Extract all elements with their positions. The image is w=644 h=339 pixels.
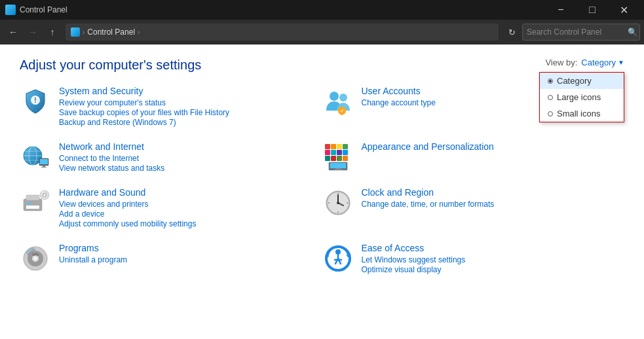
viewby-option-large-icons[interactable]: Large icons (540, 89, 624, 105)
viewby-dropdown-menu: Category Large icons Small icons (539, 72, 624, 122)
network-internet-title[interactable]: Network and Internet (59, 141, 164, 152)
radio-small-icons (548, 111, 553, 116)
ease-of-access-title[interactable]: Ease of Access (362, 243, 466, 253)
network-svg (21, 143, 50, 171)
category-appearance: Appearance and Personalization (322, 141, 625, 173)
hardware-sound-text: Hardware and Sound View devices and prin… (59, 187, 196, 228)
viewby-control: View by: Category ▼ Category Large icons… (545, 58, 624, 67)
svg-rect-16 (337, 144, 342, 149)
appearance-title[interactable]: Appearance and Personalization (362, 141, 494, 152)
programs-icon: WIN (20, 243, 51, 274)
viewby-dropdown[interactable]: Category ▼ Category Large icons Small ic… (581, 58, 624, 67)
category-ease-of-access: Ease of Access Let Windows suggest setti… (322, 243, 625, 274)
system-security-title[interactable]: System and Security (59, 86, 229, 96)
hardware-sound-title[interactable]: Hardware and Sound (59, 187, 196, 198)
search-icon: 🔍 (628, 27, 637, 37)
radio-large-icons (548, 95, 553, 100)
cat-link[interactable]: View network status and tasks (59, 164, 164, 173)
cat-link[interactable]: Optimize visual display (362, 265, 466, 274)
svg-rect-32 (26, 205, 39, 209)
titlebar: Control Panel − □ ✕ (0, 0, 644, 20)
navbar: ← → ↑ › Control Panel › ↻ 🔍 (0, 20, 644, 45)
category-programs: WIN Programs Uninstall a program (20, 243, 322, 274)
viewby-arrow-icon: ▼ (618, 59, 624, 66)
back-button[interactable]: ← (4, 23, 22, 41)
svg-rect-29 (333, 170, 343, 170)
category-clock-region: Clock and Region Change date, time, or n… (322, 187, 625, 228)
svg-point-36 (44, 194, 46, 196)
clock-svg (324, 188, 352, 217)
svg-rect-21 (343, 150, 348, 155)
viewby-option-small-icons[interactable]: Small icons (540, 105, 624, 122)
viewby-option-category[interactable]: Category (540, 73, 624, 89)
cat-link[interactable]: Save backup copies of your files with Fi… (59, 108, 229, 117)
app-icon (5, 5, 16, 15)
system-security-text: System and Security Review your computer… (59, 86, 229, 127)
user-accounts-links: Change account type (362, 98, 436, 107)
category-hardware-sound: Hardware and Sound View devices and prin… (20, 187, 322, 228)
svg-rect-15 (331, 144, 336, 149)
up-button[interactable]: ↑ (43, 23, 62, 41)
svg-rect-27 (330, 163, 346, 168)
cat-link[interactable]: Uninstall a program (59, 255, 127, 264)
svg-rect-14 (325, 144, 330, 149)
cat-link[interactable]: Adjust commonly used mobility settings (59, 219, 196, 228)
minimize-button[interactable]: − (546, 0, 576, 20)
forward-button[interactable]: → (24, 23, 42, 41)
svg-point-41 (337, 202, 339, 204)
svg-rect-31 (26, 195, 39, 200)
ease-svg (324, 244, 352, 273)
ease-of-access-icon (322, 243, 354, 274)
svg-rect-20 (337, 150, 342, 155)
viewby-label: View by: (545, 58, 577, 67)
hardware-icon (20, 187, 51, 219)
svg-rect-28 (335, 168, 341, 170)
svg-rect-23 (331, 156, 336, 161)
window-controls: − □ ✕ (546, 0, 639, 20)
clock-icon (322, 187, 354, 219)
maximize-button[interactable]: □ (577, 0, 607, 20)
programs-links: Uninstall a program (59, 255, 127, 264)
cat-link[interactable]: Backup and Restore (Windows 7) (59, 118, 229, 127)
cat-link[interactable]: Let Windows suggest settings (362, 255, 466, 264)
svg-text:WIN: WIN (32, 253, 39, 257)
cat-link[interactable]: Connect to the Internet (59, 154, 164, 163)
svg-rect-11 (40, 159, 48, 164)
cat-link[interactable]: Change date, time, or number formats (362, 200, 495, 209)
svg-rect-17 (343, 144, 348, 149)
svg-rect-19 (331, 150, 336, 155)
svg-text:✓: ✓ (340, 109, 344, 113)
breadcrumb-icon (71, 27, 80, 37)
programs-svg: WIN (21, 244, 50, 273)
window-title: Control Panel (20, 5, 546, 14)
breadcrumb-text: Control Panel (87, 27, 135, 37)
cat-link[interactable]: View devices and printers (59, 200, 196, 209)
cat-link[interactable]: Review your computer's status (59, 98, 229, 107)
cat-link[interactable]: Change account type (362, 98, 436, 107)
svg-rect-12 (43, 166, 45, 167)
refresh-button[interactable]: ↻ (502, 23, 521, 41)
breadcrumb-bar: › Control Panel › (66, 24, 499, 41)
network-internet-links: Connect to the Internet View network sta… (59, 154, 164, 173)
svg-rect-25 (343, 156, 348, 161)
user-accounts-title[interactable]: User Accounts (362, 86, 436, 96)
page-title: Adjust your computer's settings (20, 58, 624, 73)
ease-of-access-text: Ease of Access Let Windows suggest setti… (362, 243, 466, 274)
clock-region-title[interactable]: Clock and Region (362, 187, 495, 198)
svg-rect-24 (337, 156, 342, 161)
close-button[interactable]: ✕ (609, 0, 639, 20)
shield-svg: ! (21, 87, 50, 116)
programs-text: Programs Uninstall a program (59, 243, 127, 264)
viewby-value: Category (581, 58, 616, 67)
svg-rect-13 (41, 167, 47, 168)
svg-rect-33 (28, 202, 30, 205)
svg-point-2 (330, 92, 339, 101)
users-svg: ✓ (324, 87, 352, 116)
svg-point-49 (34, 257, 37, 260)
search-input[interactable] (527, 27, 625, 37)
programs-title[interactable]: Programs (59, 243, 127, 253)
system-security-icon: ! (20, 86, 51, 117)
search-bar: 🔍 (522, 24, 640, 41)
radio-category (548, 79, 553, 84)
cat-link[interactable]: Add a device (59, 209, 196, 219)
